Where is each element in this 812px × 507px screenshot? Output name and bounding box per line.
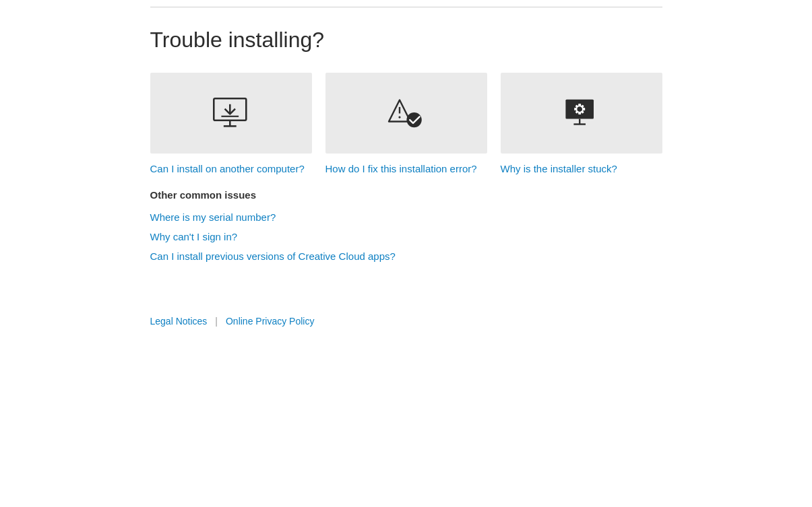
card-image-install-another <box>150 73 312 154</box>
link-sign-in[interactable]: Why can't I sign in? <box>150 231 662 242</box>
footer: Legal Notices | Online Privacy Policy <box>150 302 662 327</box>
card-link-installer-stuck[interactable]: Why is the installer stuck? <box>501 162 662 176</box>
card-link-install-another[interactable]: Can I install on another computer? <box>150 162 312 176</box>
other-issues-heading: Other common issues <box>150 189 662 201</box>
link-serial-number[interactable]: Where is my serial number? <box>150 211 662 223</box>
svg-point-7 <box>398 116 400 118</box>
card-fix-error: How do I fix this installation error? <box>325 73 487 176</box>
warning-check-icon <box>386 95 427 132</box>
card-image-fix-error <box>325 73 487 154</box>
monitor-download-icon <box>211 95 251 132</box>
page-title: Trouble installing? <box>150 28 662 53</box>
cards-row: Can I install on another computer? How d… <box>150 73 662 176</box>
svg-rect-12 <box>578 104 581 106</box>
other-links-list: Where is my serial number? Why can't I s… <box>150 211 662 262</box>
card-image-installer-stuck <box>501 73 662 154</box>
footer-link-legal-notices[interactable]: Legal Notices <box>150 316 208 327</box>
card-link-fix-error[interactable]: How do I fix this installation error? <box>325 162 487 176</box>
card-install-another: Can I install on another computer? <box>150 73 312 176</box>
footer-link-online-privacy-policy[interactable]: Online Privacy Policy <box>226 316 315 327</box>
footer-separator: | <box>215 316 218 327</box>
svg-rect-14 <box>574 108 576 110</box>
gear-monitor-icon <box>561 95 602 132</box>
top-divider <box>150 7 662 7</box>
card-installer-stuck: Why is the installer stuck? <box>501 73 662 176</box>
svg-rect-13 <box>578 112 581 114</box>
link-previous-versions[interactable]: Can I install previous versions of Creat… <box>150 250 662 262</box>
svg-rect-15 <box>583 108 585 110</box>
svg-point-8 <box>406 112 421 127</box>
